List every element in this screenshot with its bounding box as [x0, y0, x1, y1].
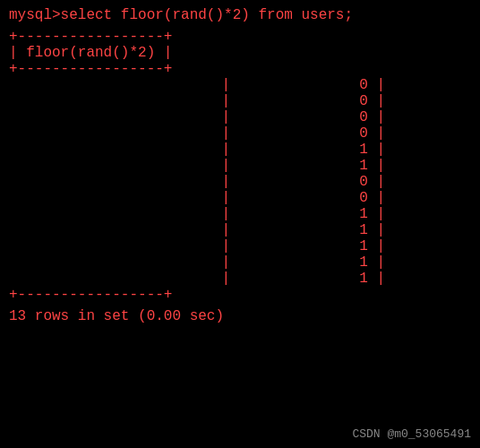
table-wrapper: +-----------------+ | floor(rand()*2) | …	[9, 29, 471, 303]
watermark: CSDN @m0_53065491	[352, 427, 471, 441]
command-line: mysql> select floor(rand()*2) from users…	[9, 7, 471, 23]
table-row-9: | 1 |	[11, 206, 471, 222]
footer-text: 13 rows in set (0.00 sec)	[9, 308, 224, 324]
table-border-top: +-----------------+	[9, 29, 471, 45]
table-row-10: | 1 |	[11, 222, 471, 238]
table-row-1: | 0 |	[11, 77, 471, 93]
table-row-12: | 1 |	[11, 254, 471, 271]
table-row-2: | 0 |	[11, 93, 471, 109]
table-row-3: | 0 |	[11, 109, 471, 125]
prompt: mysql>	[9, 7, 61, 23]
footer-line: 13 rows in set (0.00 sec)	[9, 308, 471, 324]
table-row-7: | 0 |	[11, 174, 471, 190]
table-border-mid: +-----------------+	[9, 61, 471, 77]
table-row-5: | 1 |	[11, 142, 471, 158]
table-row-8: | 0 |	[11, 190, 471, 206]
table-row-4: | 0 |	[11, 125, 471, 142]
table-row-13: | 1 |	[11, 271, 471, 287]
table-border-bot: +-----------------+	[9, 287, 471, 303]
terminal-window: mysql> select floor(rand()*2) from users…	[0, 0, 480, 448]
table-row-11: | 1 |	[11, 238, 471, 254]
table-header: | floor(rand()*2) |	[9, 45, 471, 61]
table-row-6: | 1 |	[11, 158, 471, 174]
command-text: select floor(rand()*2) from users;	[61, 7, 353, 23]
table-data-rows: | 0 | | 0 | | 0 | | 0 | | 1 | | 1 | | 0 …	[9, 77, 471, 287]
